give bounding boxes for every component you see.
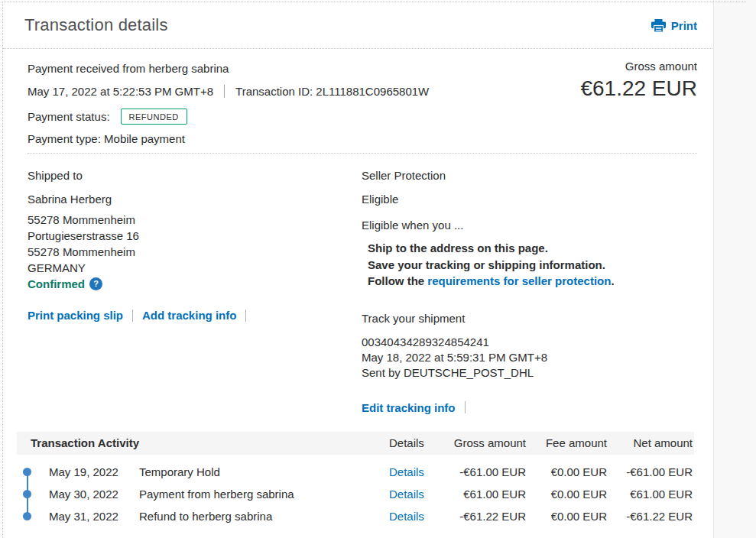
table-row: May 30, 2022 Payment from herberg sabrin… [17, 483, 694, 505]
gross-amount-block: Gross amount €61.22 EUR [580, 60, 697, 101]
shipping-address: 55278 Mommenheim Portugieserstrasse 16 5… [28, 212, 362, 292]
row-date: May 30, 2022 [49, 488, 139, 501]
tracking-date: May 18, 2022 at 5:59:31 PM GMT+8 [362, 350, 697, 365]
payment-type: Payment type: Mobile payment [28, 131, 697, 145]
tracking-carrier: Sent by DEUTSCHE_POST_DHL [362, 365, 697, 381]
eligibility-conditions-title: Eligible when you ... [362, 219, 697, 232]
table-row: May 19, 2022 Temporary Hold Details -€61… [17, 461, 694, 483]
address-line: 55278 Mommenheim [28, 244, 362, 260]
shipping-protection-section: Shipped to Sabrina Herberg 55278 Mommenh… [3, 154, 712, 414]
row-net-amount: -€61.00 EUR [607, 465, 693, 478]
separator [224, 85, 225, 98]
page-title: Transaction details [24, 15, 168, 35]
activity-title: Transaction Activity [17, 436, 389, 449]
print-packing-slip-link[interactable]: Print packing slip [28, 309, 123, 322]
print-button-label: Print [671, 19, 697, 32]
details-link[interactable]: Details [389, 488, 450, 501]
row-date: May 19, 2022 [49, 465, 139, 478]
row-gross-amount: -€61.00 EUR [450, 465, 526, 478]
activity-rows: May 19, 2022 Temporary Hold Details -€61… [17, 461, 694, 527]
condition-item: Follow the requirements for seller prote… [368, 273, 697, 290]
seller-protection-column: Seller Protection Eligible Eligible when… [362, 169, 712, 414]
condition-text: Follow the [368, 274, 427, 287]
row-description: Payment from herberg sabrina [139, 488, 389, 501]
row-fee-amount: €0.00 EUR [526, 465, 607, 478]
tracking-actions-row: Edit tracking info [362, 401, 697, 414]
details-link[interactable]: Details [389, 510, 450, 523]
add-tracking-info-link[interactable]: Add tracking info [142, 309, 236, 322]
print-button[interactable]: Print [651, 19, 697, 32]
transaction-details-card: Transaction details Print Gross amount [3, 2, 712, 538]
card-header: Transaction details Print [3, 2, 712, 49]
row-description: Refund to herberg sabrina [139, 510, 389, 523]
tracking-details: 00340434289324854241 May 18, 2022 at 5:5… [362, 335, 697, 381]
details-link[interactable]: Details [389, 465, 450, 478]
status-badge: REFUNDED [121, 109, 187, 125]
payment-date: May 17, 2022 at 5:22:53 PM GMT+8 [28, 85, 213, 98]
address-line: 55278 Mommenheim [28, 212, 362, 228]
timeline-dot-icon [23, 490, 31, 498]
address-confirmed-row: Confirmed ? [28, 276, 362, 292]
seller-protection-title: Seller Protection [362, 169, 697, 183]
activity-table-header: Transaction Activity Details Gross amoun… [17, 432, 694, 455]
payment-summary-section: Gross amount €61.22 EUR Payment received… [3, 49, 712, 153]
column-header-gross: Gross amount [450, 436, 526, 449]
condition-text: . [611, 274, 614, 287]
transaction-details-page: Transaction details Print Gross amount [0, 0, 756, 538]
row-gross-amount: -€61.22 EUR [450, 510, 526, 523]
separator [245, 310, 246, 322]
seller-protection-status: Eligible [362, 193, 697, 206]
timeline-dot-icon [23, 512, 31, 520]
eligibility-conditions: Ship to the address on this page. Save y… [362, 240, 697, 290]
tracking-number: 00340434289324854241 [362, 335, 697, 350]
edit-tracking-info-link[interactable]: Edit tracking info [362, 401, 456, 414]
recipient-name: Sabrina Herberg [28, 193, 362, 206]
row-gross-amount: €61.00 EUR [450, 488, 526, 501]
shipped-to-column: Shipped to Sabrina Herberg 55278 Mommenh… [3, 169, 362, 414]
condition-item: Save your tracking or shipping informati… [368, 257, 697, 274]
printer-icon [651, 19, 666, 32]
page-gutter [713, 0, 756, 538]
condition-item: Ship to the address on this page. [368, 240, 697, 257]
row-net-amount: €61.00 EUR [607, 488, 693, 501]
shipped-to-title: Shipped to [28, 169, 362, 183]
row-fee-amount: €0.00 EUR [526, 488, 607, 501]
track-shipment-title: Track your shipment [362, 312, 697, 325]
row-fee-amount: €0.00 EUR [526, 510, 607, 523]
shipping-actions-row: Print packing slip Add tracking info [28, 309, 362, 322]
transaction-id: Transaction ID: 2L111881C0965801W [235, 85, 429, 98]
gross-amount-label: Gross amount [580, 60, 697, 73]
row-description: Temporary Hold [139, 465, 389, 478]
separator [465, 401, 466, 413]
confirmed-label: Confirmed [28, 276, 85, 292]
column-header-details: Details [389, 436, 450, 449]
gross-amount-value: €61.22 EUR [580, 76, 697, 101]
column-header-net: Net amount [607, 436, 693, 449]
row-date: May 31, 2022 [49, 510, 139, 523]
column-header-fee: Fee amount [526, 436, 607, 449]
row-net-amount: -€61.22 EUR [607, 510, 693, 523]
payment-status-label: Payment status: [28, 110, 110, 123]
table-row: May 31, 2022 Refund to herberg sabrina D… [17, 505, 694, 527]
seller-protection-requirements-link[interactable]: requirements for seller protection [427, 274, 611, 287]
transaction-activity-section: Transaction Activity Details Gross amoun… [3, 432, 712, 527]
separator [132, 310, 133, 322]
help-question-icon[interactable]: ? [89, 277, 102, 290]
address-line: Portugieserstrasse 16 [28, 228, 362, 244]
address-line: GERMANY [28, 260, 362, 276]
payment-status-row: Payment status: REFUNDED [28, 107, 697, 125]
timeline-dot-icon [23, 468, 31, 476]
